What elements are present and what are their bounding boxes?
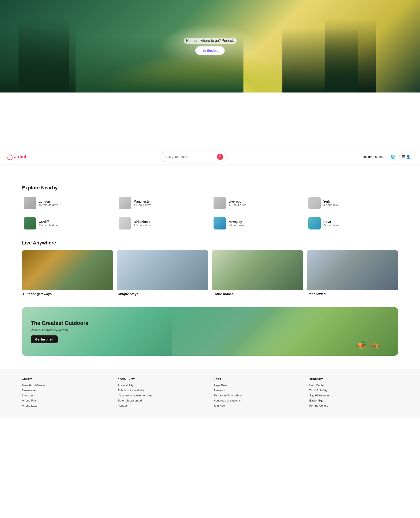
become-host-button[interactable]: Become a host xyxy=(360,153,386,160)
nearby-item[interactable]: Liverpool 4.5-hour drive xyxy=(212,195,303,211)
main-content: Explore Nearby London 45-minute drive Ma… xyxy=(0,185,420,356)
nearby-time: 45-minute drive xyxy=(39,224,112,227)
nearby-thumb xyxy=(119,197,131,209)
explore-grid-2: Cardiff 45-minute drive Birkenhead 4.5-h… xyxy=(22,215,398,231)
live-card[interactable]: Pet allowed xyxy=(307,250,398,297)
footer-link[interactable]: Hundreds of students xyxy=(214,399,302,402)
footer-col-title: SUPPORT xyxy=(309,378,398,381)
live-card-image xyxy=(307,250,398,290)
nearby-thumb xyxy=(214,197,226,209)
navbar-logo[interactable]: airbnb xyxy=(7,154,28,160)
hero-content: Not sure where to go? Perfect. I'm flexi… xyxy=(184,38,237,55)
search-icon: 🔍 xyxy=(218,155,222,158)
nearby-thumb xyxy=(119,217,131,229)
footer-link[interactable]: Trust & Safety xyxy=(309,389,398,392)
airbnb-logo-icon xyxy=(7,154,13,160)
search-input[interactable] xyxy=(165,155,215,159)
nearby-thumb xyxy=(308,217,321,229)
footer-link[interactable]: Presents xyxy=(214,389,302,392)
nearby-item[interactable]: York 4-hour drive xyxy=(307,195,398,211)
nearby-time: 4-hour drive xyxy=(323,203,396,206)
nearby-name: York xyxy=(323,200,396,203)
nearby-thumb xyxy=(24,217,36,229)
nearby-time: 4.5-hour drive xyxy=(134,224,206,227)
logo-text: airbnb xyxy=(14,154,28,159)
footer-link[interactable]: Say Hi Youtube xyxy=(309,394,398,397)
footer-link[interactable]: For the Culture xyxy=(309,404,398,407)
nearby-item[interactable]: London 45-minute drive xyxy=(22,195,113,211)
footer-col-title: COMMUNITY xyxy=(118,378,206,381)
hero-tagline: Not sure where to go? Perfect. xyxy=(184,38,237,44)
live-card[interactable]: Outdoor getaways xyxy=(22,250,113,297)
get-inspired-button[interactable]: Get Inspired xyxy=(31,335,58,343)
footer-link[interactable]: This is not a real site xyxy=(118,389,206,392)
nearby-name: London xyxy=(39,200,112,203)
live-card-label: Outdoor getaways xyxy=(22,290,113,297)
live-card-label: Pet allowed xyxy=(307,290,398,297)
live-anywhere-title: Live Anywhere xyxy=(22,240,398,246)
footer-link[interactable]: Papa React xyxy=(214,384,302,387)
footer-link[interactable]: It's a pretty awesome clone xyxy=(118,394,206,397)
nearby-item[interactable]: Newquay 6-hour drive xyxy=(212,215,303,231)
footer-link[interactable]: Accessibility xyxy=(118,384,206,387)
nearby-info: Manchester 4.5-hour drive xyxy=(134,200,206,206)
nearby-info: Newquay 6-hour drive xyxy=(228,220,301,227)
footer-link[interactable]: Newsroom xyxy=(22,389,111,392)
footer-link[interactable]: Investors xyxy=(22,394,111,397)
outdoors-banner: The Greatest Outdoors Wishlists curated … xyxy=(22,307,398,356)
footer-link[interactable]: Papafam xyxy=(118,404,206,407)
nearby-item[interactable]: Manchester 4.5-hour drive xyxy=(117,195,208,211)
nearby-info: Hove 2-hour drive xyxy=(323,220,396,227)
explore-title: Explore Nearby xyxy=(22,185,398,191)
live-card-label: Unique stays xyxy=(117,290,208,297)
footer-column: SUPPORT Help CenterTrust & SafetySay Hi … xyxy=(309,378,398,409)
hero-section: Not sure where to go? Perfect. I'm flexi… xyxy=(0,0,420,92)
live-card-label: Entire homes xyxy=(212,290,303,297)
search-bar[interactable]: 🔍 xyxy=(161,152,227,162)
nearby-thumb xyxy=(214,217,226,229)
live-card-image xyxy=(212,250,303,290)
nearby-thumb xyxy=(24,197,36,209)
nearby-time: 2-hour drive xyxy=(323,224,396,227)
live-anywhere-grid: Outdoor getaways Unique stays Entire hom… xyxy=(22,250,398,297)
explore-grid: London 45-minute drive Manchester 4.5-ho… xyxy=(22,195,398,211)
nearby-name: Manchester xyxy=(134,200,206,203)
nearby-name: Liverpool xyxy=(228,200,301,203)
search-button[interactable]: 🔍 xyxy=(217,154,223,160)
outdoors-title: The Greatest Outdoors xyxy=(31,320,88,326)
nearby-info: Liverpool 4.5-hour drive xyxy=(228,200,301,206)
live-card-image xyxy=(117,250,208,290)
nearby-name: Hove xyxy=(323,220,396,224)
footer-col-title: Host xyxy=(214,378,302,381)
footer-column: COMMUNITY AccessibilityThis is not a rea… xyxy=(118,378,206,409)
footer-link[interactable]: Airbnb Plus xyxy=(22,399,111,402)
footer-link[interactable]: Easter Eggs xyxy=(309,399,398,402)
nearby-time: 4.5-hour drive xyxy=(228,203,301,206)
nearby-item[interactable]: Hove 2-hour drive xyxy=(307,215,398,231)
footer-link[interactable]: How Airbnb Works xyxy=(22,384,111,387)
nearby-time: 4.5-hour drive xyxy=(134,203,206,206)
nearby-info: Birkenhead 4.5-hour drive xyxy=(134,220,206,227)
live-card[interactable]: Unique stays xyxy=(117,250,208,297)
live-card[interactable]: Entire homes xyxy=(212,250,303,297)
footer-link[interactable]: Zero to full Stack Hero xyxy=(214,394,302,397)
footer: ABOUT How Airbnb WorksNewsroomInvestorsA… xyxy=(0,369,420,418)
globe-icon: 🌐 xyxy=(390,155,395,159)
footer-link[interactable]: Help Center xyxy=(309,384,398,387)
flexible-button[interactable]: I'm flexible xyxy=(195,46,225,55)
footer-link[interactable]: Referrals accepted xyxy=(118,399,206,402)
nearby-info: York 4-hour drive xyxy=(323,200,396,206)
nearby-time: 45-minute drive xyxy=(39,203,112,206)
globe-button[interactable]: 🌐 xyxy=(389,153,397,160)
nearby-item[interactable]: Birkenhead 4.5-hour drive xyxy=(117,215,208,231)
footer-grid: ABOUT How Airbnb WorksNewsroomInvestorsA… xyxy=(22,378,398,409)
nearby-item[interactable]: Cardiff 45-minute drive xyxy=(22,215,113,231)
outdoors-subtitle: Wishlists curated by Airbnb. xyxy=(31,328,88,332)
nearby-time: 6-hour drive xyxy=(228,224,301,227)
menu-icon: ☰ xyxy=(402,155,405,159)
user-menu-button[interactable]: ☰ 👤 xyxy=(399,153,413,160)
user-icon: 👤 xyxy=(406,155,411,159)
navbar-right: Become a host 🌐 ☰ 👤 xyxy=(360,153,413,160)
footer-link[interactable]: Join Now xyxy=(214,404,302,407)
footer-link[interactable]: Airbnb Luxe xyxy=(22,404,111,407)
